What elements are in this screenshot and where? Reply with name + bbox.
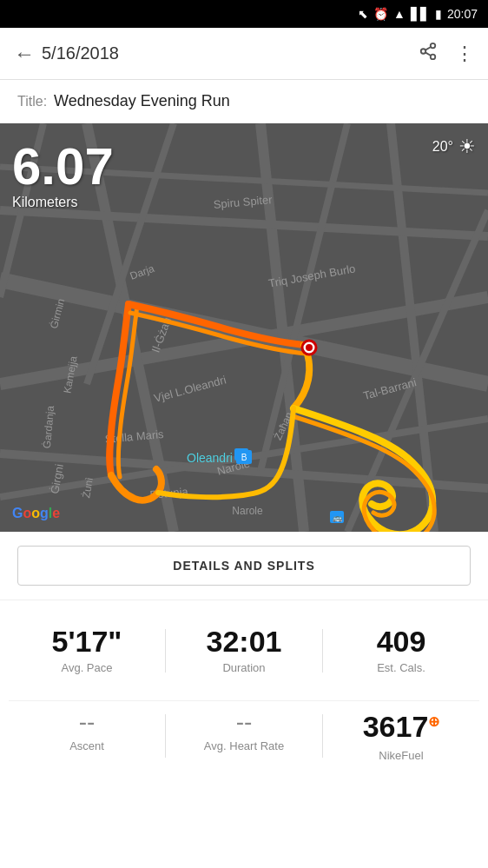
wifi-icon: ▲ (393, 7, 406, 21)
distance-unit: Kilometers (12, 195, 114, 210)
svg-text:🚌: 🚌 (333, 513, 343, 523)
stat-nikefuel: 3617⊕ NikeFuel (323, 710, 479, 762)
heart-rate-label: Avg. Heart Rate (166, 739, 322, 752)
cals-label: Est. Cals. (323, 661, 479, 674)
bluetooth-icon: ⬉ (358, 7, 368, 21)
stats-row-2: -- Ascent -- Avg. Heart Rate 3617⊕ NikeF… (9, 700, 479, 762)
svg-point-2 (431, 54, 436, 58)
more-button[interactable]: ⋮ (455, 43, 474, 65)
svg-text:Oleandri: Oleandri (187, 451, 233, 465)
time-display: 20:07 (447, 7, 478, 21)
signal-icon: ▋▋ (411, 7, 430, 21)
svg-text:Narole: Narole (232, 505, 263, 517)
svg-text:B: B (241, 453, 247, 462)
share-button[interactable] (419, 42, 438, 66)
status-icons: ⬉ ⏰ ▲ ▋▋ ▮ 20:07 (358, 7, 478, 21)
ascent-label: Ascent (9, 739, 165, 752)
details-btn-container: DETAILS AND SPLITS (0, 532, 488, 600)
svg-point-0 (431, 43, 436, 48)
distance-value: 6.07 (12, 141, 114, 193)
duration-label: Duration (166, 661, 322, 674)
sun-icon: ☀ (458, 136, 476, 158)
back-button[interactable]: ← (14, 42, 35, 66)
temperature-value: 20° (432, 139, 453, 155)
battery-icon: ▮ (435, 7, 442, 21)
nav-left: ← 5/16/2018 (14, 42, 119, 66)
svg-line-3 (425, 52, 431, 56)
nikefuel-label: NikeFuel (323, 749, 479, 762)
distance-overlay: 6.07 Kilometers (12, 141, 114, 210)
details-splits-button[interactable]: DETAILS AND SPLITS (17, 546, 471, 586)
svg-line-4 (425, 46, 431, 50)
avg-pace-value: 5'17" (9, 626, 165, 656)
svg-point-1 (421, 49, 426, 54)
run-title: Wednesday Evening Run (54, 92, 230, 110)
title-label: Title: (17, 94, 47, 109)
stats-row-1: 5'17" Avg. Pace 32:01 Duration 409 Est. … (9, 626, 479, 674)
nav-date: 5/16/2018 (42, 43, 119, 63)
map-container: Spiru Spiter Triq Joseph Burlo Vjel L.Ol… (0, 123, 488, 532)
svg-point-40 (306, 344, 313, 351)
title-row: Title: Wednesday Evening Run (0, 80, 488, 123)
ascent-value: -- (9, 710, 165, 734)
status-bar: ⬉ ⏰ ▲ ▋▋ ▮ 20:07 (0, 0, 488, 28)
alarm-icon: ⏰ (373, 7, 388, 21)
stat-heart-rate: -- Avg. Heart Rate (166, 710, 322, 752)
heart-rate-value: -- (166, 710, 322, 734)
duration-value: 32:01 (166, 626, 322, 656)
stat-cals: 409 Est. Cals. (323, 626, 479, 674)
nikefuel-value: 3617⊕ (323, 710, 479, 744)
google-logo: G o o g l e (12, 506, 60, 521)
avg-pace-label: Avg. Pace (9, 661, 165, 674)
cals-value: 409 (323, 626, 479, 656)
stat-ascent: -- Ascent (9, 710, 165, 752)
stat-duration: 32:01 Duration (166, 626, 322, 674)
stat-avg-pace: 5'17" Avg. Pace (9, 626, 165, 674)
nav-right: ⋮ (419, 42, 474, 66)
stats-section: 5'17" Avg. Pace 32:01 Duration 409 Est. … (0, 600, 488, 779)
weather-overlay: 20° ☀ (432, 136, 476, 158)
nav-bar: ← 5/16/2018 ⋮ (0, 28, 488, 80)
